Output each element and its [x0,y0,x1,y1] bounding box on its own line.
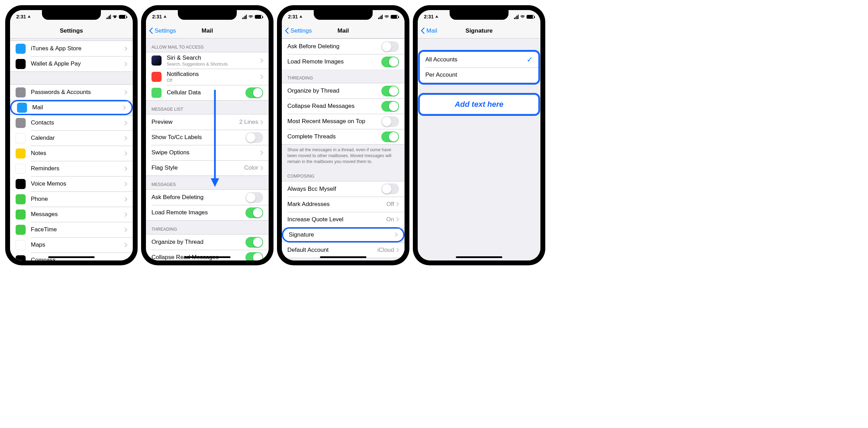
toggle-switch[interactable] [381,86,399,96]
toggle-switch[interactable] [381,116,399,127]
content[interactable]: iTunes & App Store Wallet & Apple Pay Pa… [10,38,133,260]
section-footer: Show all the messages in a thread, even … [282,145,405,168]
home-indicator[interactable] [184,256,231,258]
home-indicator[interactable] [456,256,502,258]
back-button[interactable]: Settings [282,27,312,34]
time: 2:31 [16,14,26,19]
settings-cell[interactable]: Show To/Cc Labels [146,130,269,145]
page-title: Settings [10,27,133,34]
settings-cell[interactable]: Notes [10,146,133,161]
siri-cell[interactable]: Siri & SearchSearch, Suggestions & Short… [146,52,269,69]
cell-label: Notifications [167,71,260,78]
cell-label: Wallet & Apple Pay [31,60,124,67]
settings-cell[interactable]: Ask Before Deleting [282,39,405,54]
toggle-switch[interactable] [381,57,399,67]
cell-label: Increase Quote Level [287,216,386,223]
toggle-switch[interactable] [245,207,263,218]
content[interactable]: Ask Before DeletingLoad Remote ImagesTHR… [282,38,405,260]
settings-cell[interactable]: Maps [10,237,133,252]
settings-cell[interactable]: Phone [10,191,133,207]
phone-signature: 2:31 Mail Signature All Accounts ✓ Per A… [413,5,545,265]
settings-cell[interactable]: Most Recent Message on Top [282,114,405,129]
toggle-switch[interactable] [381,101,399,112]
settings-cell[interactable]: Organize by Thread [146,234,269,250]
signature-text-field[interactable]: Add text here [420,95,538,114]
settings-cell[interactable]: Always Bcc Myself [282,181,405,197]
settings-cell[interactable]: Wallet & Apple Pay [10,56,133,71]
settings-cell[interactable]: Swipe Options [146,145,269,160]
battery-icon [119,15,127,19]
toggle-switch[interactable] [245,87,263,98]
settings-cell[interactable]: Voice Memos [10,176,133,191]
settings-cell[interactable]: Increase Quote LevelOn [282,212,405,227]
settings-cell[interactable]: Reminders [10,161,133,176]
cell-label: Passwords & Accounts [31,89,124,96]
cell-label: Notes [31,150,124,157]
content[interactable]: All Accounts ✓ Per Account Add text here [418,38,540,260]
section-header: MESSAGES [146,176,269,189]
cellular-cell[interactable]: Cellular Data [146,85,269,100]
option-all-accounts[interactable]: All Accounts ✓ [420,52,538,67]
settings-cell[interactable]: Collapse Read Messages [282,99,405,114]
toggle-switch[interactable] [381,183,399,194]
calendar-icon [16,133,26,143]
time: 2:31 [424,14,434,19]
cell-label: Flag Style [151,164,244,171]
toggle-switch[interactable] [245,132,263,143]
back-button[interactable]: Settings [146,27,176,34]
settings-cell[interactable]: Organize by Thread [282,83,405,99]
settings-cell[interactable]: iTunes & App Store [10,41,133,56]
toggle-switch[interactable] [245,237,263,248]
settings-cell[interactable]: Ask Before Deleting [146,190,269,205]
settings-cell[interactable]: Flag StyleColor [146,160,269,176]
settings-cell[interactable]: Load Remote Images [282,54,405,69]
signature-cell[interactable]: Signature [282,227,405,242]
cell-detail: iCloud [377,247,394,254]
toggle-switch[interactable] [381,131,399,142]
nav-bar: Settings Mail [282,23,405,38]
cell-label: Calendar [31,135,124,142]
notch [42,10,101,20]
cell-label: Maps [31,241,124,248]
wifi-icon [112,15,118,19]
section-header: THREADING [146,221,269,234]
settings-cell[interactable]: Mark AddressesOff [282,197,405,212]
settings-cell[interactable]: Passwords & Accounts [10,85,133,100]
compass-icon [16,255,26,261]
content[interactable]: ALLOW MAIL TO ACCESSSiri & SearchSearch,… [146,38,269,260]
cell-label: Reminders [31,165,124,172]
settings-cell[interactable]: Collapse Read Messages [146,250,269,260]
settings-cell[interactable]: Load Remote Images [146,205,269,220]
section-footer: Messages created outside of Mail will be… [282,258,405,260]
settings-cell[interactable]: Mail [10,100,133,115]
maps-icon [16,240,26,250]
cell-label: Signature [289,231,395,238]
notifications-cell[interactable]: NotificationsOff [146,69,269,85]
settings-cell[interactable]: Default AccountiCloud [282,242,405,258]
settings-cell[interactable]: Preview2 Lines [146,114,269,130]
back-button[interactable]: Mail [418,27,437,34]
settings-cell[interactable]: Complete Threads [282,129,405,144]
settings-cell[interactable]: Calendar [10,130,133,146]
location-icon [435,15,439,18]
toggle-switch[interactable] [381,41,399,52]
cell-label: Most Recent Message on Top [287,118,381,125]
option-per-account[interactable]: Per Account [420,67,538,83]
signal-icon [106,15,111,19]
toggle-switch[interactable] [245,192,263,203]
location-icon [299,15,303,18]
screen: 2:31 Mail Signature All Accounts ✓ Per A… [418,10,540,260]
home-indicator[interactable] [320,256,366,258]
settings-cell[interactable]: Contacts [10,115,133,130]
back-label: Settings [155,27,176,34]
settings-cell[interactable]: FaceTime [10,222,133,237]
wifi-icon [248,15,253,19]
settings-cell[interactable]: Messages [10,207,133,222]
siri-icon [151,55,162,66]
notch [450,10,509,20]
back-label: Settings [290,27,312,34]
battery-icon [255,15,262,19]
signal-icon [378,15,383,19]
home-indicator[interactable] [48,256,95,258]
toggle-switch[interactable] [245,252,263,261]
